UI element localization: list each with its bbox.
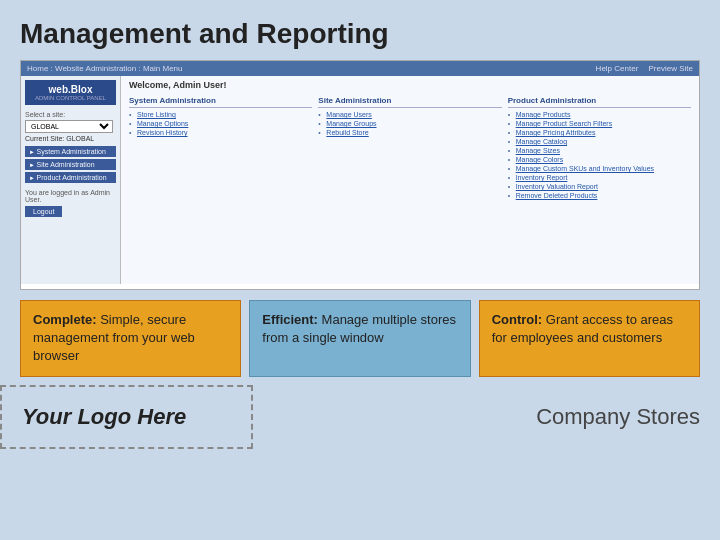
admin-col-site: Site Administration Manage Users Manage …: [318, 96, 501, 201]
admin-col-site-title: Site Administration: [318, 96, 501, 108]
feature-box-complete: Complete: Simple, secure management from…: [20, 300, 241, 377]
admin-breadcrumb: Home : Website Administration : Main Men…: [27, 64, 182, 73]
admin-panel: Home : Website Administration : Main Men…: [21, 61, 699, 289]
product-colors[interactable]: Manage Colors: [508, 156, 691, 163]
admin-logo: web.Blox ADMIN CONTROL PANEL: [25, 80, 116, 105]
admin-col-system: System Administration Store Listing Mana…: [129, 96, 312, 201]
feature-boxes: Complete: Simple, secure management from…: [20, 300, 700, 377]
footer-company-text: Company Stores: [536, 404, 700, 430]
help-center-link[interactable]: Help Center: [596, 64, 639, 73]
system-manage-options[interactable]: Manage Options: [129, 120, 312, 127]
feature-box-efficient: Efficient: Manage multiple stores from a…: [249, 300, 470, 377]
site-manage-groups[interactable]: Manage Groups: [318, 120, 501, 127]
admin-col-system-title: System Administration: [129, 96, 312, 108]
admin-columns: System Administration Store Listing Mana…: [129, 96, 691, 201]
footer-bar: Your Logo Here Company Stores: [0, 385, 720, 449]
system-revision-history[interactable]: Revision History: [129, 129, 312, 136]
system-store-listing[interactable]: Store Listing: [129, 111, 312, 118]
feature-efficient-bold: Efficient:: [262, 312, 318, 327]
admin-body: web.Blox ADMIN CONTROL PANEL Select a si…: [21, 76, 699, 284]
admin-col-product: Product Administration Manage Products M…: [508, 96, 691, 201]
current-site-label: Current Site: GLOBAL: [25, 135, 116, 142]
admin-col-system-list: Store Listing Manage Options Revision Hi…: [129, 111, 312, 136]
product-sizes[interactable]: Manage Sizes: [508, 147, 691, 154]
footer-logo-area: Your Logo Here: [0, 385, 253, 449]
product-custom-skus[interactable]: Manage Custom SKUs and Inventory Values: [508, 165, 691, 172]
footer-company-area: Company Stores: [253, 385, 720, 449]
site-rebuild-store[interactable]: Rebuild Store: [318, 129, 501, 136]
admin-logo-web: web.Blox: [29, 84, 112, 95]
page-title: Management and Reporting: [20, 18, 700, 50]
product-inventory-report[interactable]: Inventory Report: [508, 174, 691, 181]
admin-welcome: Welcome, Admin User!: [129, 80, 691, 90]
product-manage-products[interactable]: Manage Products: [508, 111, 691, 118]
select-site-label: Select a site:: [25, 111, 116, 118]
screenshot-area: Home : Website Administration : Main Men…: [20, 60, 700, 290]
site-select-input[interactable]: GLOBAL: [25, 120, 113, 133]
admin-col-product-list: Manage Products Manage Product Search Fi…: [508, 111, 691, 199]
site-manage-users[interactable]: Manage Users: [318, 111, 501, 118]
logged-in-label: You are logged in as Admin User.: [25, 189, 116, 203]
feature-complete-bold: Complete:: [33, 312, 97, 327]
nav-item-system[interactable]: System Administration: [25, 146, 116, 157]
footer-logo-text: Your Logo Here: [22, 404, 186, 430]
page-title-section: Management and Reporting: [0, 0, 720, 60]
admin-sidebar: web.Blox ADMIN CONTROL PANEL Select a si…: [21, 76, 121, 284]
feature-box-control: Control: Grant access to areas for emplo…: [479, 300, 700, 377]
feature-control-bold: Control:: [492, 312, 543, 327]
product-remove-deleted[interactable]: Remove Deleted Products: [508, 192, 691, 199]
admin-main-content: Welcome, Admin User! System Administrati…: [121, 76, 699, 284]
admin-topbar: Home : Website Administration : Main Men…: [21, 61, 699, 76]
product-pricing-attributes[interactable]: Manage Pricing Attributes: [508, 129, 691, 136]
admin-col-site-list: Manage Users Manage Groups Rebuild Store: [318, 111, 501, 136]
product-catalog[interactable]: Manage Catalog: [508, 138, 691, 145]
logout-button[interactable]: Logout: [25, 206, 62, 217]
nav-item-site[interactable]: Site Administration: [25, 159, 116, 170]
admin-logo-sub: ADMIN CONTROL PANEL: [29, 95, 112, 101]
product-search-filters[interactable]: Manage Product Search Filters: [508, 120, 691, 127]
admin-col-product-title: Product Administration: [508, 96, 691, 108]
product-valuation-report[interactable]: Inventory Valuation Report: [508, 183, 691, 190]
nav-item-product[interactable]: Product Administration: [25, 172, 116, 183]
admin-toplinks: Help Center Preview Site: [596, 64, 693, 73]
preview-site-link[interactable]: Preview Site: [649, 64, 693, 73]
